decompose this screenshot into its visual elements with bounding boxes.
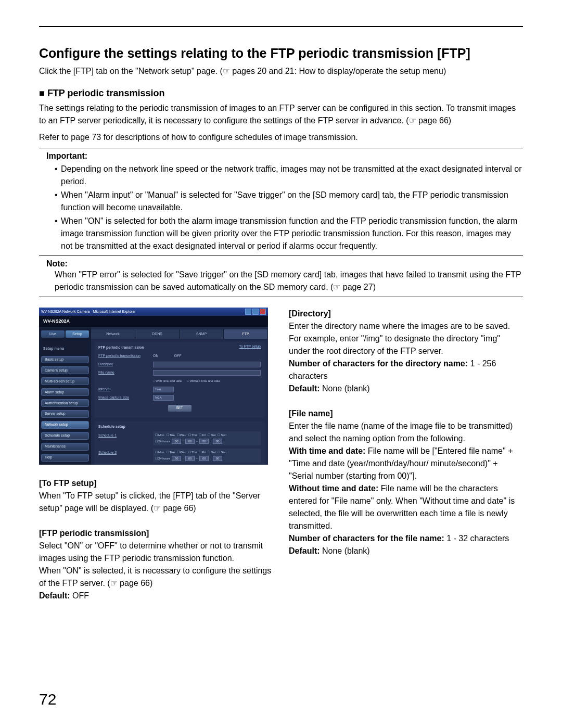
important-item: Depending on the network line speed or t… bbox=[55, 163, 523, 188]
ss-time-select[interactable]: 00 bbox=[172, 439, 181, 444]
ss-live-tab[interactable]: Live bbox=[41, 330, 65, 338]
ss-panel-schedule: Schedule setup Schedule 1 Mon Tue Wed Th… bbox=[94, 421, 265, 465]
divider bbox=[39, 148, 523, 148]
ss-sidebar-item[interactable]: Camera setup bbox=[41, 366, 89, 374]
ss-day-checkbox[interactable]: Fri bbox=[199, 433, 206, 438]
ss-day-checkbox[interactable]: Tue bbox=[167, 433, 175, 438]
para-to-ftp-setup: When "To FTP setup" is clicked, the [FTP… bbox=[39, 490, 273, 515]
without-time-line: Without time and date: File name will be… bbox=[289, 482, 523, 532]
ss-tab-network[interactable]: Network bbox=[91, 329, 135, 339]
ss-panel-title: FTP periodic transmission bbox=[98, 345, 261, 351]
ss-setup-menu-label: Setup menu bbox=[41, 345, 89, 353]
ss-sidebar-item[interactable]: Schedule setup bbox=[41, 432, 89, 440]
ss-radio-without-date[interactable]: Without time and date bbox=[187, 379, 220, 384]
para-directory-1: Enter the directory name where the image… bbox=[289, 320, 523, 333]
ss-window-title: WV-NS202A Network Camera - Microsoft Int… bbox=[41, 309, 136, 315]
ss-setup-tab[interactable]: Setup bbox=[66, 330, 89, 338]
with-label: With time and date: bbox=[289, 446, 365, 455]
default-value: None (blank) bbox=[320, 384, 370, 393]
ss-row-label[interactable]: File name bbox=[98, 370, 153, 376]
ss-set-button[interactable]: SET bbox=[168, 405, 191, 412]
ss-24h-checkbox[interactable]: 24 hours bbox=[155, 439, 170, 444]
ss-sidebar-item[interactable]: Basic setup bbox=[41, 356, 89, 364]
top-rule bbox=[39, 26, 523, 27]
ss-day-checkbox[interactable]: Sun bbox=[218, 433, 226, 438]
ss-day-checkbox[interactable]: Sat bbox=[208, 433, 215, 438]
heading-filename: [File name] bbox=[289, 407, 523, 420]
ss-radio-on[interactable]: ON bbox=[153, 353, 159, 359]
ss-imgsize-select[interactable]: VGA bbox=[153, 395, 174, 401]
default-line: Default: None (blank) bbox=[289, 382, 523, 395]
subsection-title: ■ FTP periodic transmission bbox=[39, 88, 523, 99]
intro-line: Click the [FTP] tab on the "Network setu… bbox=[39, 65, 523, 78]
ss-tabs: Network DDNS SNMP FTP bbox=[91, 329, 268, 339]
ss-day-checkbox[interactable]: Mon bbox=[155, 433, 164, 438]
ss-time-select[interactable]: 00 bbox=[172, 456, 181, 461]
ss-tab-snmp[interactable]: SNMP bbox=[180, 329, 224, 339]
ss-day-checkbox[interactable]: Mon bbox=[155, 450, 164, 455]
minimize-icon[interactable] bbox=[245, 309, 251, 315]
default-line: Default: None (blank) bbox=[289, 545, 523, 557]
heading-directory: [Directory] bbox=[289, 308, 523, 320]
note-body: When "FTP error" is selected for "Save t… bbox=[39, 269, 523, 293]
para-ftp-periodic-2: When "ON" is selected, it is necessary t… bbox=[39, 565, 273, 590]
ss-row-label[interactable]: Directory bbox=[98, 362, 153, 367]
ss-schedule-label[interactable]: Schedule 2 bbox=[98, 449, 153, 456]
sub-title-text: FTP periodic transmission bbox=[47, 88, 165, 98]
ss-to-ftp-link[interactable]: To FTP setup bbox=[239, 344, 261, 350]
ss-day-checkbox[interactable]: Wed bbox=[177, 433, 186, 438]
numchars-file-label: Number of characters for the file name: bbox=[289, 534, 444, 543]
ss-row-label[interactable]: Interval bbox=[98, 387, 153, 392]
ss-time-select[interactable]: 00 bbox=[199, 439, 209, 444]
ss-model-label: WV-NS202A bbox=[43, 318, 70, 325]
ss-sidebar-item-active[interactable]: Network setup bbox=[41, 421, 89, 429]
heading-to-ftp-setup: [To FTP setup] bbox=[39, 477, 273, 490]
ss-filename-input[interactable] bbox=[153, 370, 261, 376]
ss-time-select[interactable]: 00 bbox=[213, 439, 222, 444]
ss-day-checkbox[interactable]: Tue bbox=[167, 450, 175, 455]
ss-directory-input[interactable] bbox=[153, 362, 261, 367]
ss-row-label[interactable]: Image capture size bbox=[98, 395, 153, 401]
ss-day-checkbox[interactable]: Thu bbox=[188, 450, 197, 455]
ss-tab-ddns[interactable]: DDNS bbox=[135, 329, 180, 339]
default-label: Default: bbox=[39, 591, 70, 600]
ss-sidebar-item[interactable]: Multi-screen setup bbox=[41, 377, 89, 385]
important-list: Depending on the network line speed or t… bbox=[39, 163, 523, 252]
ss-day-checkbox[interactable]: Wed bbox=[177, 450, 186, 455]
ss-sidebar-item[interactable]: Help bbox=[41, 454, 89, 462]
ss-radio-off[interactable]: OFF bbox=[174, 353, 182, 359]
ss-day-checkbox[interactable]: Thu bbox=[188, 433, 197, 438]
ss-day-checkbox[interactable]: Sat bbox=[208, 450, 215, 455]
ss-day-checkbox[interactable]: Fri bbox=[199, 450, 206, 455]
default-label: Default: bbox=[289, 546, 320, 555]
ss-time-select[interactable]: 00 bbox=[185, 456, 195, 461]
ss-row-label[interactable]: FTP periodic transmission bbox=[98, 353, 153, 359]
ss-schedule-title: Schedule setup bbox=[98, 424, 261, 430]
ss-schedule-content: Mon Tue Wed Thu Fri Sat Sun 24 hours bbox=[153, 431, 261, 445]
ss-time-select[interactable]: 00 bbox=[185, 439, 195, 444]
with-time-line: With time and date: File name will be ["… bbox=[289, 445, 523, 482]
divider bbox=[39, 297, 523, 297]
ss-24h-checkbox[interactable]: 24 hours bbox=[155, 456, 170, 461]
ss-radio-with-date[interactable]: With time and date bbox=[153, 379, 182, 384]
ss-time-select[interactable]: 00 bbox=[213, 456, 222, 461]
ss-sidebar-item[interactable]: Authentication setup bbox=[41, 399, 89, 407]
ss-sidebar-item[interactable]: Alarm setup bbox=[41, 388, 89, 396]
ss-time-select[interactable]: 00 bbox=[199, 456, 209, 461]
ss-schedule-label[interactable]: Schedule 1 bbox=[98, 431, 153, 439]
page-number: 72 bbox=[39, 691, 56, 708]
ss-sidebar-item[interactable]: Server setup bbox=[41, 410, 89, 418]
maximize-icon[interactable] bbox=[252, 309, 259, 315]
numchars-file-line: Number of characters for the file name: … bbox=[289, 532, 523, 545]
ss-interval-select[interactable]: 1sec bbox=[153, 387, 174, 392]
close-icon[interactable] bbox=[260, 309, 266, 315]
ss-day-checkbox[interactable]: Sun bbox=[218, 450, 226, 455]
square-bullet-icon: ■ bbox=[39, 88, 47, 98]
default-value: OFF bbox=[70, 591, 89, 600]
ss-tab-ftp[interactable]: FTP bbox=[224, 329, 268, 339]
ss-schedule-content: Mon Tue Wed Thu Fri Sat Sun 24 hours bbox=[153, 449, 261, 463]
numchars-dir-label: Number of characters for the directory n… bbox=[289, 359, 468, 368]
para-directory-2: For example, enter "/img" to designate t… bbox=[289, 333, 523, 357]
left-column: WV-NS202A Network Camera - Microsoft Int… bbox=[39, 308, 273, 602]
ss-sidebar-item[interactable]: Maintenance bbox=[41, 443, 89, 451]
